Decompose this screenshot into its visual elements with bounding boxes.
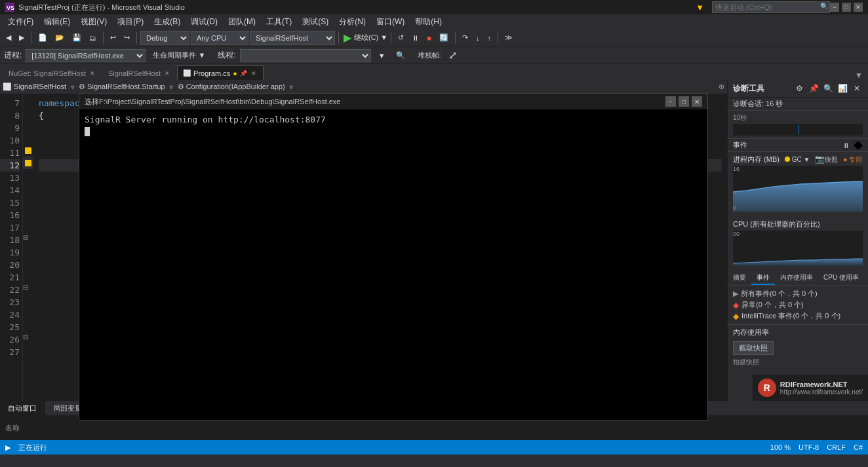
take-snapshot-btn[interactable]: 截取快照 [733,341,774,355]
timeline-cursor [798,125,799,134]
tab-cpu-usage[interactable]: CPU 使用率 [818,272,864,285]
tab-program-label: Program.cs [193,69,230,77]
tab-events[interactable]: 事件 [751,272,775,285]
running-icon: ▶ [5,443,10,452]
menu-analyze[interactable]: 分析(N) [334,14,371,29]
menu-file[interactable]: 文件(F) [3,14,39,29]
pause-event-icon[interactable]: ⏸ [842,141,850,149]
restart-button[interactable]: ↺ [395,31,407,45]
app-icon: VS [5,3,14,12]
line-ending-label: CRLF [827,443,846,451]
toolbar-redo-btn[interactable]: ↪ [121,31,133,45]
diag-close-btn[interactable]: ✕ [851,83,863,94]
watermark-url: http://www.rdiframework.net/ [780,388,863,396]
memory-usage-label: 内存使用率 [733,328,769,336]
tab-program-modified: ● [233,69,237,77]
diag-chart-btn[interactable]: 📊 [837,83,848,94]
debug-config-dropdown[interactable]: Debug [140,31,189,45]
cpu-section: CPU (所有处理器的百分比) 00 [728,217,868,272]
console-body[interactable]: SignalR Server running on http://localho… [79,109,707,420]
maximize-button[interactable]: □ [842,3,851,12]
platform-dropdown[interactable]: Any CPU [191,31,248,45]
tab-pin-icon[interactable]: 📌 [240,70,247,77]
diag-search-btn[interactable]: 🔍 [822,83,834,94]
cpu-chart: 00 [733,231,863,267]
cursor-block [85,127,90,136]
breadcrumb-param[interactable]: ⚙ Configuration(IAppBuilder app) [178,83,285,91]
lifecycle-events-btn[interactable]: 生命周期事件 ▼ [149,48,208,63]
menu-edit[interactable]: 编辑(E) [39,14,75,29]
all-events-arrow[interactable]: ▶ [733,290,738,298]
pause-button[interactable]: ⏸ [408,31,422,45]
menu-debug[interactable]: 调试(D) [186,14,223,29]
toolbar-back-btn[interactable]: ◀ [3,31,14,45]
watermark-text: RDIFramework.NET http://www.rdiframework… [780,381,863,396]
startup-project-dropdown[interactable]: SignalRSelfHost [250,31,335,45]
tab-program[interactable]: ⬜ Program.cs ● 📌 ✕ [177,65,264,80]
diag-pin-btn[interactable]: 📌 [808,83,819,94]
tab-signalr-close[interactable]: ✕ [163,69,171,77]
console-maximize-btn[interactable]: □ [679,96,689,107]
toolbar-open-btn[interactable]: 📂 [52,31,68,45]
breadcrumb-method[interactable]: ⚙ SignalRSelfHost.Startup [79,83,165,91]
continue-button[interactable]: ▶ [342,31,353,44]
console-close-btn[interactable]: ✕ [692,96,702,107]
menu-window[interactable]: 窗口(W) [371,14,410,29]
breadcrumb-class[interactable]: ⬜ SignalRSelfHost [3,83,66,91]
diagnostics-panel: 诊断工具 ⚙ 📌 🔍 📊 ✕ 诊断会话: 16 秒 10秒 事 [727,80,868,401]
collapse-marker-22[interactable]: ⊟ [23,284,28,291]
memory-chart: 16 0 [733,166,863,212]
thread-filter-btn[interactable]: ▼ [375,48,389,63]
step-out-btn[interactable]: ↑ [484,31,494,45]
diag-settings-btn[interactable]: ⚙ [793,83,805,94]
continue-label: 继续(C) ▼ [354,33,387,43]
tab-overflow-arrow[interactable]: ▼ [852,71,865,80]
menu-build[interactable]: 生成(B) [149,14,186,29]
console-minimize-btn[interactable]: − [665,96,676,107]
toolbar-saveall-btn[interactable]: 🗂 [86,31,100,45]
gutter-marker-11 [25,147,31,154]
tab-summary[interactable]: 摘要 [728,272,751,285]
menu-tools[interactable]: 工具(T) [261,14,297,29]
toolbar-undo-btn[interactable]: ↩ [107,31,119,45]
hot-reload-button[interactable]: 🔄 [436,31,452,45]
stack-expand-btn[interactable]: ⤢ [445,48,460,63]
tab-memory-usage[interactable]: 内存使用率 [775,272,818,285]
menu-project[interactable]: 项目(P) [112,14,149,29]
stop-button[interactable]: ■ [424,31,435,45]
toolbar-sep-5 [391,32,391,44]
menu-test[interactable]: 测试(S) [297,14,334,29]
thread-search-btn[interactable]: 🔍 [393,48,408,63]
step-over-btn[interactable]: ↷ [459,31,471,45]
filter-icon[interactable]: ▼ [696,3,704,12]
zoom-level[interactable]: 100 % [770,443,791,451]
menu-team[interactable]: 团队(M) [223,14,261,29]
line-num-11: 11 [0,147,20,159]
tab-nuget-close[interactable]: ✕ [89,69,96,77]
tab-auto-window[interactable]: 自动窗口 [0,401,45,415]
process-dropdown[interactable]: [13120] SignalRSelfHost.exe [26,49,146,62]
collapse-marker-18[interactable]: ⊟ [23,234,28,241]
toolbar-save-btn[interactable]: 💾 [69,31,85,45]
close-button[interactable]: ✕ [854,3,863,12]
menu-view[interactable]: 视图(V) [75,14,112,29]
timeline-bar [733,124,863,136]
editor-expand-icon[interactable]: ⊕ [719,83,724,91]
thread-dropdown[interactable] [240,49,371,62]
minimize-button[interactable]: − [830,3,839,12]
memory-y-min: 0 [733,205,736,212]
line-num-17: 17 [0,221,20,234]
more-toolbar-btn[interactable]: ≫ [502,31,516,45]
line-numbers: 7 8 9 10 11 12 13 14 15 16 17 18 19 20 2… [0,94,23,401]
toolbar-new-btn[interactable]: 📄 [35,31,50,45]
menu-help[interactable]: 帮助(H) [410,14,447,29]
toolbar: ◀ ▶ 📄 📂 💾 🗂 ↩ ↪ Debug Any CPU SignalRSel… [0,29,868,47]
tab-nuget[interactable]: NuGet: SignalRSelfHost ✕ [3,65,102,80]
collapse-marker-26[interactable]: ⊟ [23,333,28,341]
search-icon: 🔍 [820,3,828,10]
tab-signalr[interactable]: SignalRSelfHost ✕ [102,65,177,80]
toolbar-forward-btn[interactable]: ▶ [16,31,28,45]
tab-program-close[interactable]: ✕ [250,69,258,77]
step-into-btn[interactable]: ↓ [473,31,483,45]
quick-launch-input[interactable] [712,1,830,13]
